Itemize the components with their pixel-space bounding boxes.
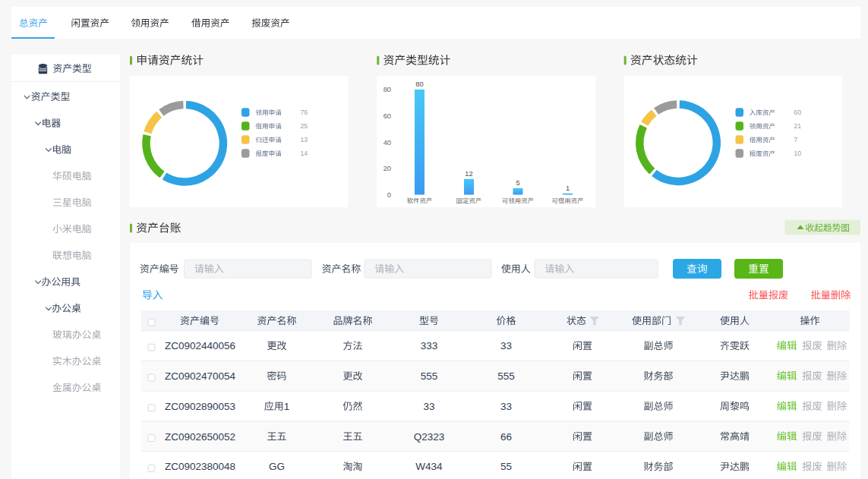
- svg-text:20: 20: [383, 165, 391, 172]
- svg-text:12: 12: [465, 170, 472, 178]
- svg-text:14: 14: [300, 150, 308, 157]
- svg-text:ZC0902470054: ZC0902470054: [165, 370, 236, 382]
- svg-text:ZC0902650052: ZC0902650052: [165, 431, 235, 443]
- svg-text:ZC0902440056: ZC0902440056: [165, 340, 235, 351]
- svg-text:7: 7: [794, 136, 797, 143]
- svg-text:555: 555: [421, 370, 438, 382]
- svg-text:1: 1: [284, 401, 290, 412]
- svg-text:80: 80: [383, 86, 391, 93]
- svg-text:25: 25: [300, 122, 308, 130]
- svg-text:33: 33: [500, 401, 512, 412]
- svg-text:Q2323: Q2323: [414, 431, 445, 443]
- svg-text:76: 76: [300, 109, 308, 116]
- svg-text:10: 10: [794, 150, 801, 157]
- svg-text:60: 60: [383, 112, 391, 120]
- svg-text:1: 1: [566, 184, 570, 192]
- svg-text:13: 13: [300, 136, 308, 143]
- svg-text:40: 40: [383, 139, 391, 147]
- svg-text:555: 555: [497, 370, 515, 382]
- svg-text:21: 21: [794, 122, 801, 130]
- svg-text:ZC0902890053: ZC0902890053: [165, 401, 235, 412]
- svg-text:5: 5: [516, 179, 519, 187]
- svg-text:33: 33: [500, 340, 512, 351]
- svg-text:60: 60: [794, 109, 801, 116]
- svg-text:0: 0: [387, 191, 391, 199]
- svg-text:ZC0902380048: ZC0902380048: [165, 461, 235, 472]
- svg-text:333: 333: [421, 340, 438, 351]
- svg-text:55: 55: [500, 461, 512, 472]
- svg-text:W434: W434: [415, 461, 443, 472]
- svg-text:GG: GG: [269, 461, 285, 472]
- svg-text:33: 33: [423, 401, 434, 412]
- svg-text:80: 80: [415, 80, 423, 88]
- svg-text:66: 66: [500, 431, 512, 443]
